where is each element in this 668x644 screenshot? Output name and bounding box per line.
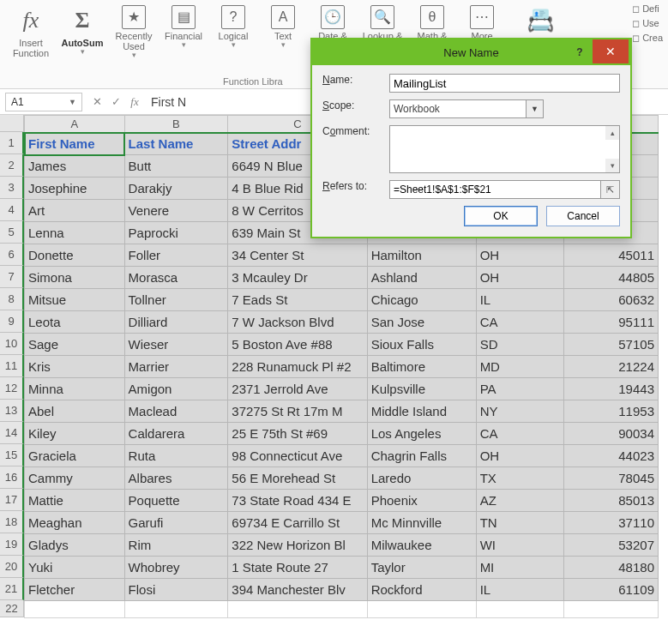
cell[interactable]: 95111 — [563, 311, 658, 334]
table-row[interactable]: SimonaMorasca3 Mcauley DrAshlandOH44805 — [25, 267, 659, 289]
cell[interactable]: Mc Minnville — [367, 512, 476, 534]
row-header[interactable]: 6 — [0, 244, 24, 266]
row-header[interactable]: 7 — [0, 266, 24, 288]
cell[interactable]: 60632 — [563, 289, 658, 311]
cell[interactable]: 78045 — [563, 467, 658, 490]
cell[interactable]: Fletcher — [25, 579, 125, 601]
col-header[interactable]: B — [124, 116, 228, 133]
cell[interactable] — [25, 601, 125, 618]
use-in-formula-link[interactable]: Use — [632, 18, 663, 29]
row-header[interactable]: 15 — [0, 444, 24, 466]
date-time-button[interactable]: 🕒 Date & — [309, 3, 357, 41]
row-header[interactable]: 16 — [0, 466, 24, 489]
cell[interactable]: Minna — [25, 378, 125, 400]
cell[interactable]: Abel — [25, 400, 125, 423]
cell[interactable]: 322 New Horizon Bl — [228, 534, 367, 557]
table-row[interactable]: GracielaRuta98 Connecticut AveChagrin Fa… — [25, 445, 659, 467]
cell[interactable]: IL — [476, 289, 563, 311]
cell[interactable]: Flosi — [124, 579, 228, 601]
cell[interactable]: Milwaukee — [367, 534, 476, 557]
cell[interactable]: Graciela — [25, 445, 125, 467]
cell[interactable]: 5 Boston Ave #88 — [228, 334, 367, 356]
row-header[interactable]: 4 — [0, 199, 24, 221]
cell[interactable]: 394 Manchester Blv — [228, 579, 367, 601]
cell[interactable]: 44805 — [563, 267, 658, 289]
cell[interactable]: 3 Mcauley Dr — [228, 267, 367, 289]
cell[interactable]: Art — [25, 200, 125, 222]
cell[interactable]: Mattie — [25, 490, 125, 512]
cell[interactable]: Venere — [124, 200, 228, 222]
table-row[interactable]: AbelMaclead37275 St Rt 17m MMiddle Islan… — [25, 400, 659, 423]
cell[interactable]: First Name — [25, 133, 125, 155]
cell[interactable]: Los Angeles — [367, 423, 476, 445]
chevron-down-icon[interactable]: ▼ — [526, 100, 543, 117]
cell[interactable]: Whobrey — [124, 557, 228, 579]
cell[interactable]: OH — [476, 267, 563, 289]
cell[interactable]: NY — [476, 400, 563, 423]
cell[interactable]: 56 E Morehead St — [228, 467, 367, 490]
cell[interactable]: Baltimore — [367, 356, 476, 378]
cell[interactable] — [476, 601, 563, 618]
cell[interactable]: MI — [476, 557, 563, 579]
confirm-entry-icon[interactable]: ✓ — [106, 95, 125, 108]
cell[interactable]: MD — [476, 356, 563, 378]
cell[interactable]: CA — [476, 311, 563, 334]
cell[interactable]: WI — [476, 534, 563, 557]
cell[interactable]: Gladys — [25, 534, 125, 557]
scroll-up-icon[interactable]: ▴ — [605, 126, 619, 140]
row-header[interactable]: 18 — [0, 511, 24, 533]
table-row[interactable]: MattiePoquette73 State Road 434 EPhoenix… — [25, 490, 659, 512]
table-row[interactable] — [25, 601, 659, 618]
row-header[interactable]: 20 — [0, 556, 24, 578]
table-row[interactable]: MitsueTollner7 Eads StChicagoIL60632 — [25, 289, 659, 311]
row-header[interactable]: 2 — [0, 154, 24, 177]
cell[interactable]: 21224 — [563, 356, 658, 378]
row-header[interactable]: 19 — [0, 533, 24, 556]
cell[interactable]: CA — [476, 423, 563, 445]
lookup-button[interactable]: 🔍 Lookup & — [358, 3, 406, 41]
table-row[interactable]: KileyCaldarera25 E 75th St #69Los Angele… — [25, 423, 659, 445]
cell[interactable]: Rim — [124, 534, 228, 557]
define-name-link[interactable]: Defi — [632, 3, 663, 15]
cell[interactable]: Darakjy — [124, 178, 228, 200]
cell[interactable]: Morasca — [124, 267, 228, 289]
cell[interactable]: 37275 St Rt 17m M — [228, 400, 367, 423]
cell[interactable]: Wieser — [124, 334, 228, 356]
cell[interactable]: Albares — [124, 467, 228, 490]
cell[interactable]: Marrier — [124, 356, 228, 378]
name-input[interactable] — [389, 74, 620, 93]
cell[interactable]: Hamilton — [367, 244, 476, 267]
fx-icon[interactable]: fx — [125, 95, 144, 109]
cell[interactable]: Dilliard — [124, 311, 228, 334]
cell[interactable]: Ashland — [367, 267, 476, 289]
row-header[interactable]: 22 — [0, 600, 24, 617]
cell[interactable]: Josephine — [25, 178, 125, 200]
cell[interactable]: PA — [476, 378, 563, 400]
cell[interactable]: Kris — [25, 356, 125, 378]
row-header[interactable]: 11 — [0, 355, 24, 377]
cell[interactable]: Last Name — [124, 133, 228, 155]
help-button[interactable]: ? — [567, 39, 593, 65]
cell[interactable]: Tollner — [124, 289, 228, 311]
cell[interactable]: 53207 — [563, 534, 658, 557]
cell[interactable]: Kulpsville — [367, 378, 476, 400]
cell[interactable]: 85013 — [563, 490, 658, 512]
cell[interactable]: AZ — [476, 490, 563, 512]
cell[interactable] — [124, 601, 228, 618]
row-header[interactable]: 12 — [0, 377, 24, 400]
cell[interactable]: 11953 — [563, 400, 658, 423]
cell[interactable]: 45011 — [563, 244, 658, 267]
close-button[interactable]: ✕ — [593, 39, 629, 63]
cell[interactable]: 57105 — [563, 334, 658, 356]
row-header[interactable]: 3 — [0, 177, 24, 199]
cell[interactable]: Paprocki — [124, 222, 228, 244]
logical-button[interactable]: ? Logical ▾ — [209, 3, 257, 50]
cell[interactable]: 2371 Jerrold Ave — [228, 378, 367, 400]
cell[interactable]: 44023 — [563, 445, 658, 467]
ok-button[interactable]: OK — [464, 206, 538, 226]
chevron-down-icon[interactable]: ▼ — [69, 98, 76, 106]
cell[interactable]: IL — [476, 579, 563, 601]
table-row[interactable]: SageWieser5 Boston Ave #88Sioux FallsSD5… — [25, 334, 659, 356]
table-row[interactable]: FletcherFlosi394 Manchester BlvRockfordI… — [25, 579, 659, 601]
row-header[interactable]: 21 — [0, 578, 24, 600]
